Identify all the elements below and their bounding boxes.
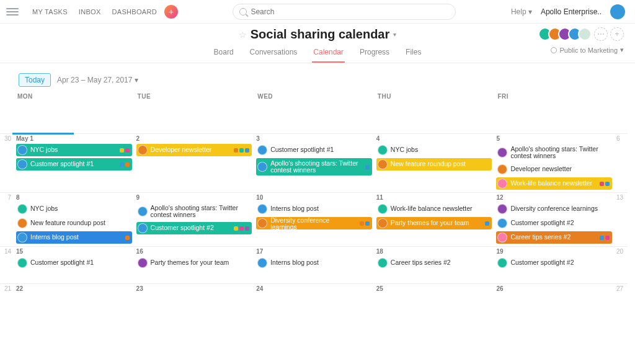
member-more-button[interactable]: ⋯ xyxy=(594,27,608,41)
tab-calendar[interactable]: Calendar xyxy=(312,45,345,63)
assignee-avatar xyxy=(138,223,148,233)
task-title: NYC jobs xyxy=(391,146,490,153)
day-cell[interactable]: 8NYC jobsNew feature roundup postInterns… xyxy=(14,192,134,246)
day-cell[interactable]: 17Interns blog post xyxy=(254,246,374,283)
task-title: Apollo's shooting stars: Twitter contest… xyxy=(270,160,362,174)
task-card[interactable]: Customer spotlight #1 xyxy=(16,158,132,171)
task-card[interactable]: Customer spotlight #2 xyxy=(496,257,612,269)
task-tags xyxy=(365,165,370,169)
day-cell[interactable]: 12Diversity conference learningsCustomer… xyxy=(494,192,614,246)
assignee-avatar xyxy=(497,218,507,228)
tab-files[interactable]: Files xyxy=(404,45,422,63)
day-cell[interactable]: 26 xyxy=(494,283,614,321)
day-cell[interactable]: 9Apollo's shooting stars: Twitter contes… xyxy=(134,192,254,246)
task-card[interactable]: New feature roundup post xyxy=(16,217,132,229)
day-cell[interactable] xyxy=(374,102,494,133)
day-cell[interactable]: 15Customer spotlight #1 xyxy=(14,246,134,283)
tab-board[interactable]: Board xyxy=(213,45,235,63)
task-card[interactable]: Work-life balance newsletter xyxy=(376,203,492,215)
assignee-avatar xyxy=(257,145,267,155)
task-card[interactable]: Customer spotlight #2 xyxy=(496,217,612,229)
task-card[interactable]: Diversity conference learnings xyxy=(496,203,612,215)
day-cell[interactable]: 11Work-life balance newsletterParty them… xyxy=(374,192,494,246)
day-cell[interactable]: 10Interns blog postDiversity conference … xyxy=(254,192,374,246)
task-card[interactable]: NYC jobs xyxy=(16,144,132,156)
assignee-avatar xyxy=(257,204,267,214)
project-members[interactable]: ⋯ + xyxy=(542,27,624,41)
day-cell[interactable] xyxy=(14,102,134,133)
task-card[interactable]: Career tips series #2 xyxy=(496,231,612,244)
week-gutter-left: 21 xyxy=(0,283,14,321)
menu-icon[interactable] xyxy=(6,6,19,17)
task-card[interactable]: Apollo's shooting stars: Twitter contest… xyxy=(496,144,612,161)
help-link[interactable]: Help ▾ xyxy=(511,7,532,16)
task-title: New feature roundup post xyxy=(391,161,490,167)
day-cell[interactable] xyxy=(494,102,614,133)
day-number: 3 xyxy=(256,135,372,142)
tab-progress[interactable]: Progress xyxy=(358,45,391,63)
task-card[interactable]: Developer newsletter xyxy=(136,144,252,156)
task-card[interactable]: Party themes for your team xyxy=(136,257,252,269)
day-cell[interactable]: 19Customer spotlight #2 xyxy=(494,246,614,283)
dow-fri: FRI xyxy=(494,93,614,102)
day-number: 4 xyxy=(376,135,492,142)
assignee-avatar xyxy=(257,258,267,268)
day-cell[interactable] xyxy=(254,102,374,133)
share-settings[interactable]: Public to Marketing ▾ xyxy=(551,46,624,54)
task-card[interactable]: Apollo's shooting stars: Twitter contest… xyxy=(136,203,252,220)
day-cell[interactable]: 23 xyxy=(134,283,254,321)
day-cell[interactable]: 25 xyxy=(374,283,494,321)
task-title: Interns blog post xyxy=(270,259,370,266)
task-card[interactable]: Customer spotlight #1 xyxy=(16,257,132,269)
user-avatar[interactable] xyxy=(610,4,625,19)
task-card[interactable]: Interns blog post xyxy=(256,203,372,215)
day-cell[interactable]: 5Apollo's shooting stars: Twitter contes… xyxy=(494,133,614,192)
task-title: Party themes for your team xyxy=(151,259,250,266)
star-icon[interactable]: ☆ xyxy=(239,30,247,40)
task-card[interactable]: Interns blog post xyxy=(256,257,372,269)
week-gutter-right: 27 xyxy=(614,283,628,321)
day-cell[interactable]: 18Career tips series #2 xyxy=(374,246,494,283)
nav-dashboard[interactable]: DASHBOARD xyxy=(112,8,157,16)
day-cell[interactable]: 16Party themes for your team xyxy=(134,246,254,283)
task-card[interactable]: Party themes for your team xyxy=(376,217,492,229)
task-card[interactable]: Career tips series #2 xyxy=(376,257,492,269)
assignee-avatar xyxy=(17,145,27,155)
assignee-avatar xyxy=(378,145,388,155)
day-cell[interactable]: 2Developer newsletter xyxy=(134,133,254,192)
day-number: 5 xyxy=(496,135,612,142)
search-field[interactable] xyxy=(233,4,456,20)
task-card[interactable]: Work-life balance newsletter xyxy=(496,177,612,190)
task-card[interactable]: NYC jobs xyxy=(16,203,132,215)
date-range-picker[interactable]: Apr 23 – May 27, 2017 ▾ xyxy=(57,76,138,84)
task-tags xyxy=(120,162,130,167)
add-member-button[interactable]: + xyxy=(610,27,624,41)
day-cell[interactable]: 22 xyxy=(14,283,134,321)
create-button[interactable]: + xyxy=(164,5,178,19)
tab-conversations[interactable]: Conversations xyxy=(249,45,299,63)
nav-my-tasks[interactable]: MY TASKS xyxy=(32,8,68,16)
day-cell[interactable] xyxy=(134,102,254,133)
task-card[interactable]: NYC jobs xyxy=(376,144,492,156)
task-card[interactable]: Diversity conference learnings xyxy=(256,217,372,229)
day-cell[interactable]: 4NYC jobsNew feature roundup post xyxy=(374,133,494,192)
day-cell[interactable]: May 1NYC jobsCustomer spotlight #1 xyxy=(14,133,134,192)
task-card[interactable]: Customer spotlight #1 xyxy=(256,144,372,156)
dow-tue: TUE xyxy=(134,93,254,102)
task-card[interactable]: Interns blog post xyxy=(16,231,132,244)
day-cell[interactable]: 24 xyxy=(254,283,374,321)
task-card[interactable]: Apollo's shooting stars: Twitter contest… xyxy=(256,158,372,175)
task-title: Career tips series #2 xyxy=(510,234,597,241)
assignee-avatar xyxy=(497,233,507,242)
task-card[interactable]: Customer spotlight #2 xyxy=(136,222,252,234)
search-input[interactable] xyxy=(251,7,449,16)
today-button[interactable]: Today xyxy=(19,73,51,87)
task-title: Apollo's shooting stars: Twitter contest… xyxy=(510,146,610,159)
org-name[interactable]: Apollo Enterprise.. xyxy=(541,7,602,16)
chevron-down-icon: ▾ xyxy=(620,46,624,54)
nav-inbox[interactable]: INBOX xyxy=(79,8,101,16)
project-menu-caret[interactable]: ▾ xyxy=(393,31,396,38)
day-cell[interactable]: 3Customer spotlight #1Apollo's shooting … xyxy=(254,133,374,192)
task-card[interactable]: Developer newsletter xyxy=(496,163,612,175)
task-card[interactable]: New feature roundup post xyxy=(376,158,492,171)
